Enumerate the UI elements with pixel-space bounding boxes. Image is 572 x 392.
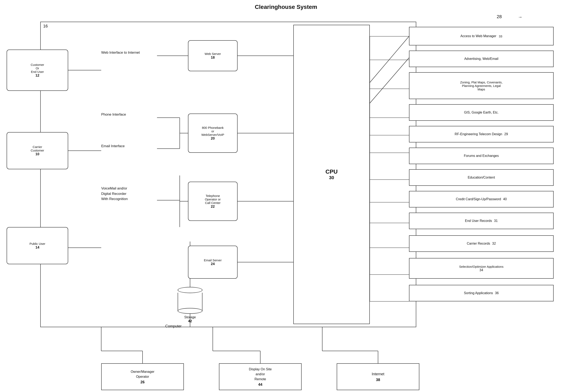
cylinder-bottom — [178, 308, 203, 314]
phone-interface-label: Phone Interface — [101, 112, 126, 117]
education-box: Education/Content — [409, 169, 554, 186]
public-box: Public User 14 — [7, 227, 68, 264]
web-manager-box: Access to Web Manager 33 — [409, 27, 554, 45]
phonebank-label: 800 PhonebankorWebServer/VoIP — [201, 126, 224, 136]
internet-box: Internet 38 — [337, 363, 419, 390]
public-num: 14 — [35, 245, 39, 250]
customer-label: CustomerOrEnd User — [31, 63, 44, 74]
email-interface-label: Email Interface — [101, 144, 125, 148]
education-label: Education/Content — [468, 176, 495, 179]
storage-num: 42 — [184, 319, 196, 323]
display-label: Display On Siteand/orRemote — [249, 367, 272, 382]
end-user-records-num: 31 — [494, 219, 498, 223]
credit-card-num: 40 — [503, 197, 507, 201]
display-box: Display On Siteand/orRemote 44 — [219, 363, 302, 390]
phonebank-num: 20 — [211, 136, 215, 141]
gis-box: GIS, Google Earth, Etc. — [409, 104, 554, 121]
forums-label: Forums and Exchanges — [464, 154, 499, 158]
cpu-frame: CPU 30 — [293, 25, 370, 324]
display-num: 44 — [258, 382, 262, 387]
carrier-label: CarrierCustomer — [31, 145, 44, 152]
customer-box: CustomerOrEnd User 12 — [7, 49, 68, 91]
computer-label: Computer — [165, 324, 182, 328]
web-manager-num: 33 — [499, 34, 502, 38]
selection-label: Selection/Optimizer Applications34 — [459, 265, 503, 272]
credit-card-label: Credit Card/Sign-Up/Password — [456, 197, 501, 201]
sorting-label: Sorting Applications — [464, 291, 493, 295]
sorting-box: Sorting Applications 36 — [409, 285, 554, 302]
customer-num: 12 — [35, 74, 39, 78]
forums-box: Forums and Exchanges — [409, 148, 554, 164]
zoning-label: Zoning, Plat Maps, Covenants,Planning Ag… — [460, 80, 502, 91]
web-interface-label: Web Interface to Internet — [101, 51, 140, 55]
rf-engineering-box: RF-Engineering Telecom Design 29 — [409, 126, 554, 142]
end-user-records-label: End User Records — [465, 219, 492, 223]
phonebank-box: 800 PhonebankorWebServer/VoIP 20 — [188, 114, 238, 153]
owner-manager-num: 26 — [141, 380, 145, 384]
cpu-num: 30 — [325, 175, 337, 181]
web-server-label: Web Server — [205, 52, 221, 56]
storage-cylinder: Storage 42 — [178, 287, 203, 323]
storage-label: Storage — [184, 316, 196, 319]
internet-num: 38 — [376, 378, 380, 382]
zoning-box: Zoning, Plat Maps, Covenants,Planning Ag… — [409, 72, 554, 99]
email-server-label: Email Server — [204, 258, 222, 262]
advertising-box: Advertising, Web/Email — [409, 51, 554, 67]
rf-engineering-num: 29 — [504, 132, 508, 136]
cylinder-body — [178, 293, 203, 311]
page-title: Clearinghouse System — [255, 4, 317, 10]
cpu-label: CPU — [325, 168, 337, 175]
sorting-num: 36 — [495, 291, 499, 295]
selection-box: Selection/Optimizer Applications34 — [409, 258, 554, 279]
web-server-num: 18 — [211, 56, 215, 60]
voicemail-interface-label: VoiceMail and/orDigital RecorderWith Rec… — [101, 186, 128, 202]
telephone-box: TelephoneOperator orCall Center 22 — [188, 182, 238, 221]
gis-label: GIS, Google Earth, Etc. — [464, 111, 498, 114]
carrier-records-label: Carrier Records — [467, 242, 490, 245]
web-manager-label: Access to Web Manager — [461, 34, 496, 38]
selection-num: 34 — [479, 268, 483, 272]
owner-manager-label: Owner/ManagerOperator — [131, 369, 155, 379]
advertising-label: Advertising, Web/Email — [464, 57, 498, 61]
web-server-box: Web Server 18 — [188, 40, 238, 71]
diagram: Clearinghouse System 28 → 16 CPU 30 Cust… — [0, 0, 572, 392]
telephone-label: TelephoneOperator orCall Center — [205, 194, 221, 205]
rf-engineering-label: RF-Engineering Telecom Design — [455, 132, 502, 136]
email-server-box: Email Server 24 — [188, 246, 238, 279]
carrier-box: CarrierCustomer 10 — [7, 132, 68, 169]
carrier-records-num: 32 — [492, 242, 496, 245]
ref-28-arrow: → — [518, 15, 523, 20]
email-server-num: 24 — [211, 262, 215, 266]
public-label: Public User — [30, 242, 46, 245]
owner-manager-box: Owner/ManagerOperator 26 — [101, 363, 184, 390]
cylinder-top — [178, 287, 203, 293]
ref-28-label: 28 — [497, 14, 502, 19]
internet-label: Internet — [372, 371, 384, 377]
carrier-records-box: Carrier Records 32 — [409, 235, 554, 252]
main-frame-label: 16 — [43, 24, 48, 29]
carrier-num: 10 — [35, 152, 39, 156]
end-user-records-box: End User Records 31 — [409, 213, 554, 229]
credit-card-box: Credit Card/Sign-Up/Password 40 — [409, 191, 554, 208]
telephone-num: 22 — [211, 205, 215, 209]
